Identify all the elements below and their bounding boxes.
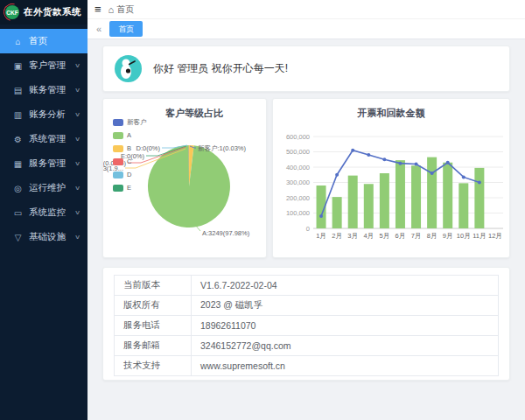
x-axis-tick: 5月 [380, 232, 390, 240]
sidebar-item-label: 账务分析 [29, 108, 66, 121]
home-icon: ⌂ [11, 37, 24, 46]
app-title: 在外货款系统 [24, 6, 81, 18]
sidebar-item-3[interactable]: ▥账务分析∨ [0, 102, 88, 127]
pie-label-新客户: 新客户:1(0.03%) [198, 144, 247, 152]
sidebar-item-5[interactable]: ▦服务管理∨ [0, 151, 88, 176]
charts-row: 客户等级占比 新客户ABCDE D:0(0%)新客户:1(0.03%)E:0(0… [102, 98, 510, 258]
sidebar-item-8[interactable]: ▽基础设施∨ [0, 225, 88, 249]
legend-swatch [113, 145, 123, 152]
sidebar-item-2[interactable]: ▤账务管理∨ [0, 78, 88, 102]
accounting-icon: ▤ [11, 86, 24, 95]
sidebar-item-label: 服务管理 [29, 158, 66, 170]
line-point-1月 [319, 214, 323, 218]
sidebar-item-label: 系统监控 [29, 206, 66, 219]
table-row: 技术支持www.supremesoft.cn [115, 356, 499, 376]
legend-label: A [127, 131, 131, 139]
line-point-10月 [462, 175, 466, 178]
legend-item-B[interactable]: B [113, 142, 147, 155]
x-axis-tick: 9月 [443, 232, 453, 240]
y-axis-tick: 200,000 [286, 194, 310, 202]
sidebar-item-home[interactable]: ⌂首页 [0, 29, 88, 53]
system-info-table: 当前版本V1.6.7-2022-02-04版权所有2023 @ 磁凯孚服务电话1… [114, 275, 499, 376]
tab-home[interactable]: 首页 [109, 21, 143, 37]
line-point-3月 [351, 149, 354, 152]
chevron-down-icon: ∨ [74, 62, 80, 69]
sidebar-item-label: 首页 [29, 35, 47, 47]
line-point-5月 [382, 158, 386, 161]
breadcrumb[interactable]: ⌂ 首页 [108, 4, 135, 16]
pie-chart-card: 客户等级占比 新客户ABCDE D:0(0%)新客户:1(0.03%)E:0(0… [102, 98, 267, 258]
bar-column-4月 [364, 184, 374, 228]
app-logo-icon: CKF [5, 5, 19, 19]
legend-label: 新客户 [127, 118, 147, 127]
x-axis-tick: 4月 [363, 232, 374, 240]
table-row: 版权所有2023 @ 磁凯孚 [115, 296, 499, 316]
legend-label: D [127, 171, 131, 178]
bar-column-9月 [443, 163, 452, 228]
line-point-9月 [446, 161, 450, 164]
table-row: 当前版本V1.6.7-2022-02-04 [115, 276, 499, 296]
sidebar-item-label: 系统管理 [29, 133, 66, 145]
legend-swatch [113, 132, 123, 139]
legend-item-D[interactable]: D [113, 168, 147, 181]
tab-scroll-left-icon[interactable]: « [93, 24, 105, 34]
analysis-icon: ▥ [11, 110, 24, 120]
bar-column-3月 [348, 176, 358, 228]
chevron-down-icon: ∨ [74, 209, 80, 216]
line-point-4月 [367, 153, 370, 157]
gear-icon: ⚙ [11, 135, 24, 144]
chevron-down-icon: ∨ [74, 87, 80, 94]
y-axis-tick: 500,000 [286, 148, 310, 156]
monitor-icon: ▭ [11, 208, 24, 218]
bar-column-6月 [396, 160, 405, 228]
info-label: 服务邮箱 [115, 336, 192, 356]
y-axis-tick: 300,000 [286, 178, 310, 186]
y-axis-tick: 100,000 [286, 209, 310, 217]
bar-line-chart[interactable]: 0100,000200,000300,000400,000500,000600,… [273, 123, 511, 255]
avatar-figure-icon [115, 55, 142, 82]
x-axis-tick: 1月 [316, 232, 326, 240]
sidebar-item-4[interactable]: ⚙系统管理∨ [0, 127, 88, 151]
chevron-down-icon: ∨ [74, 160, 80, 167]
top-navbar: ≡ ⌂ 首页 [88, 0, 525, 19]
x-axis-tick: 2月 [332, 232, 342, 240]
sidebar-menu: ⌂首页▣客户管理∨▤账务管理∨▥账务分析∨⚙系统管理∨▦服务管理∨◎运行维护∨▭… [0, 24, 88, 249]
legend-item-A[interactable]: A [113, 129, 147, 142]
info-value: 18962611070 [192, 316, 499, 336]
bar-column-10月 [458, 183, 468, 228]
y-axis-tick: 0 [306, 225, 310, 233]
x-axis-tick: 11月 [472, 232, 486, 240]
operations-icon: ◎ [11, 184, 24, 193]
sidebar-item-label: 运行维护 [29, 182, 66, 194]
legend-item-E[interactable]: E [113, 181, 147, 194]
info-value: 2023 @ 磁凯孚 [192, 296, 499, 316]
bar-column-2月 [332, 197, 342, 228]
hamburger-icon[interactable]: ≡ [88, 4, 108, 15]
line-point-2月 [335, 173, 339, 177]
sidebar-item-1[interactable]: ▣客户管理∨ [0, 53, 88, 78]
bar-column-11月 [474, 168, 484, 228]
app-logo-bar: CKF 在外货款系统 [0, 0, 88, 24]
line-point-7月 [415, 163, 418, 166]
legend-item-新客户[interactable]: 新客户 [113, 116, 147, 129]
breadcrumb-label: 首页 [116, 4, 134, 16]
legend-swatch [113, 119, 123, 126]
sidebar-item-6[interactable]: ◎运行维护∨ [0, 176, 88, 200]
info-value: 3246152772@qq.com [192, 336, 499, 356]
legend-swatch [113, 185, 123, 192]
x-axis-tick: 8月 [427, 232, 438, 240]
legend-item-C[interactable]: C [113, 155, 147, 168]
x-axis-tick: 10月 [457, 232, 471, 240]
sidebar-item-7[interactable]: ▭系统监控∨ [0, 200, 88, 225]
chevron-down-icon: ∨ [74, 111, 80, 118]
sidebar-item-label: 账务管理 [29, 84, 66, 96]
legend-label: E [127, 184, 131, 192]
line-point-8月 [430, 172, 434, 175]
y-axis-tick: 600,000 [286, 133, 310, 141]
bar-column-8月 [427, 158, 437, 228]
x-axis-tick: 7月 [411, 232, 422, 240]
chevron-down-icon: ∨ [74, 234, 80, 241]
line-point-6月 [398, 162, 402, 165]
legend-swatch [113, 172, 123, 178]
info-label: 版权所有 [115, 296, 192, 316]
